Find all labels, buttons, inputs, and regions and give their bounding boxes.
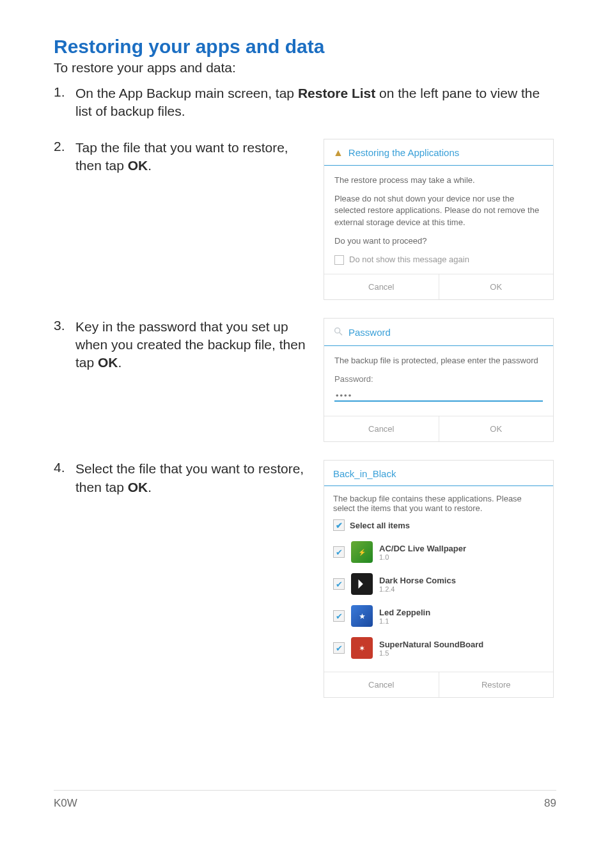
app-meta: SuperNatural SoundBoard 1.5 — [379, 640, 483, 657]
step-4-text: 4. Select the file that you want to rest… — [54, 460, 309, 496]
checkbox-checked-icon[interactable]: ✔ — [333, 519, 345, 531]
dialog-actions: Cancel OK — [324, 274, 553, 299]
dialog-text: The backup file contains these applicati… — [333, 494, 544, 513]
app-version: 1.5 — [379, 649, 483, 657]
t-bold: Restore List — [298, 86, 375, 100]
select-all-row[interactable]: ✔ Select all items — [333, 519, 544, 531]
restore-button[interactable]: Restore — [439, 672, 554, 697]
dialog-text: The restore process may take a while. — [334, 175, 543, 187]
t-bold: OK — [128, 158, 148, 173]
dialog-actions: Cancel OK — [324, 416, 553, 441]
step-1-text: 1. On the App Backup main screen, tap Re… — [54, 84, 556, 121]
app-name: Dark Horse Comics — [379, 576, 456, 585]
cancel-button[interactable]: Cancel — [324, 672, 439, 697]
dialog-title-row: Password — [324, 319, 553, 346]
t: . — [148, 158, 152, 173]
magnifier-icon — [333, 326, 343, 339]
step-4: 4. Select the file that you want to rest… — [54, 460, 556, 698]
t-bold: OK — [98, 355, 118, 370]
password-label: Password: — [334, 374, 543, 386]
t-bold: OK — [128, 480, 148, 494]
dialog-text: The backup file is protected, please ent… — [334, 355, 543, 367]
step-body: Select the file that you want to restore… — [75, 460, 309, 496]
checkbox-checked-icon[interactable]: ✔ — [333, 642, 345, 654]
step-number: 1. — [54, 84, 75, 121]
app-version: 1.0 — [379, 553, 466, 561]
dialog-body: The restore process may take a while. Pl… — [324, 166, 553, 274]
checkbox-empty-icon[interactable] — [334, 255, 344, 265]
app-item[interactable]: ✔ ✶ SuperNatural SoundBoard 1.5 — [333, 632, 544, 664]
t: . — [118, 355, 122, 370]
checkbox-checked-icon[interactable]: ✔ — [333, 610, 345, 622]
app-icon: ★ — [351, 605, 373, 627]
step-2-text: 2. Tap the file that you want to restore… — [54, 139, 309, 175]
app-version: 1.1 — [379, 617, 430, 625]
checkbox-checked-icon[interactable]: ✔ — [333, 546, 345, 558]
t: . — [148, 480, 152, 494]
ok-button[interactable]: OK — [439, 274, 554, 299]
footer-page-number: 89 — [544, 797, 556, 810]
footer-model: K0W — [54, 797, 77, 810]
dialog-title-row: ▲ Restoring the Applications — [324, 139, 553, 166]
app-icon: ⚡ — [351, 541, 373, 563]
dialog-text: Do you want to proceed? — [334, 235, 543, 248]
app-meta: Led Zeppelin 1.1 — [379, 608, 430, 625]
select-all-label: Select all items — [350, 521, 410, 530]
intro-text: To restore your apps and data: — [54, 60, 556, 75]
do-not-show-row[interactable]: Do not show this message again — [334, 254, 543, 266]
password-dialog: Password The backup file is protected, p… — [324, 318, 554, 443]
svg-line-1 — [340, 333, 342, 335]
cancel-button[interactable]: Cancel — [324, 274, 439, 299]
app-name: SuperNatural SoundBoard — [379, 640, 483, 649]
app-meta: Dark Horse Comics 1.2.4 — [379, 576, 456, 593]
screenshot-password-dialog: Password The backup file is protected, p… — [324, 318, 556, 443]
dialog-title: Password — [348, 327, 391, 338]
app-version: 1.2.4 — [379, 585, 456, 593]
step-3: 3. Key in the password that you set up w… — [54, 318, 556, 443]
ok-button[interactable]: OK — [439, 416, 554, 441]
dialog-actions: Cancel Restore — [324, 672, 553, 697]
checkbox-checked-icon[interactable]: ✔ — [333, 578, 345, 590]
app-item[interactable]: ✔ ★ Led Zeppelin 1.1 — [333, 600, 544, 632]
step-number: 3. — [54, 318, 75, 372]
step-body: On the App Backup main screen, tap Resto… — [75, 84, 556, 121]
app-name: AC/DC Live Wallpaper — [379, 544, 466, 553]
dialog-body: The backup file contains these applicati… — [324, 486, 553, 672]
dialog-title: Restoring the Applications — [348, 147, 459, 158]
page-footer: K0W 89 — [54, 790, 556, 810]
app-item[interactable]: ✔ ⚡ AC/DC Live Wallpaper 1.0 — [333, 536, 544, 568]
step-body: Key in the password that you set up when… — [75, 318, 309, 372]
cancel-button[interactable]: Cancel — [324, 416, 439, 441]
t: On the App Backup main screen, tap — [75, 86, 298, 100]
app-meta: AC/DC Live Wallpaper 1.0 — [379, 544, 466, 561]
step-body: Tap the file that you want to restore, t… — [75, 139, 309, 175]
document-page: Restoring your apps and data To restore … — [0, 0, 610, 832]
warning-icon: ▲ — [333, 147, 343, 159]
step-number: 4. — [54, 460, 75, 496]
screenshot-restore-dialog: ▲ Restoring the Applications The restore… — [324, 139, 556, 300]
svg-point-0 — [335, 327, 340, 333]
app-icon: ✶ — [351, 637, 373, 659]
dialog-body: The backup file is protected, please ent… — [324, 346, 553, 416]
screenshot-select-dialog: Back_in_Black The backup file contains t… — [324, 460, 556, 698]
step-3-text: 3. Key in the password that you set up w… — [54, 318, 309, 372]
dialog-title: Back_in_Black — [324, 461, 553, 486]
restore-dialog: ▲ Restoring the Applications The restore… — [324, 139, 554, 300]
checkbox-label: Do not show this message again — [349, 254, 469, 266]
select-items-dialog: Back_in_Black The backup file contains t… — [324, 460, 554, 698]
t: Tap the file that you want to restore, t… — [75, 140, 288, 173]
password-input[interactable]: •••• — [334, 388, 543, 402]
step-number: 2. — [54, 139, 75, 175]
step-1: 1. On the App Backup main screen, tap Re… — [54, 84, 556, 121]
app-item[interactable]: ✔ Dark Horse Comics 1.2.4 — [333, 568, 544, 600]
t: Select the file that you want to restore… — [75, 461, 304, 494]
page-title: Restoring your apps and data — [54, 36, 556, 58]
dialog-text: Please do not shut down your device nor … — [334, 193, 543, 230]
app-icon — [351, 573, 373, 595]
step-2: 2. Tap the file that you want to restore… — [54, 139, 556, 300]
app-name: Led Zeppelin — [379, 608, 430, 617]
